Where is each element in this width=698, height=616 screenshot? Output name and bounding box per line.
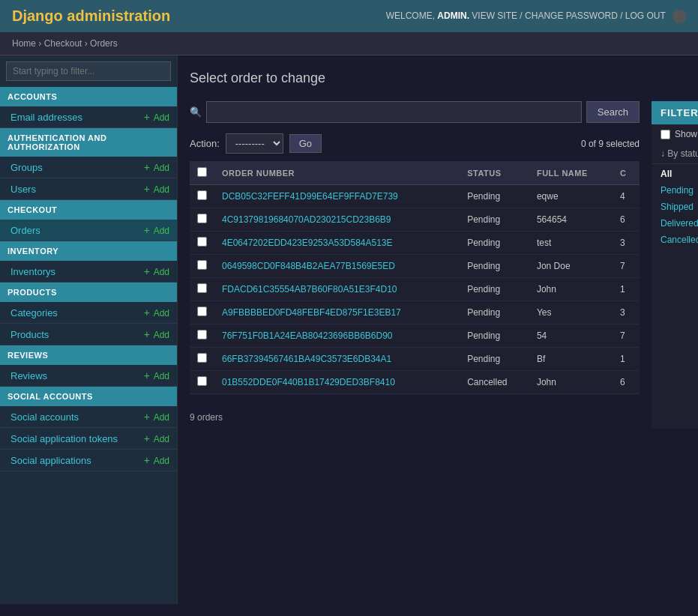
order-number-link-5[interactable]: A9FBBBBED0FD48FEBF4ED875F1E3EB17 [222, 307, 401, 318]
inventorys-link[interactable]: Inventorys [10, 266, 55, 277]
extra-cell-0: 4 [613, 185, 640, 208]
order-number-link-6[interactable]: 76F751F0B1A24EAB80423696BB6B6D90 [222, 330, 393, 341]
status-cell-3: Pending [460, 255, 529, 278]
search-button[interactable]: Search [586, 101, 640, 123]
products-link[interactable]: Products [10, 329, 49, 340]
table-row: 4E0647202EDD423E9253A53D584A513E Pending… [190, 232, 640, 255]
order-number-link-0[interactable]: DCB05C32FEFF41D99E64EF9FFAD7E739 [222, 191, 398, 202]
main-content-area: 🔍 Search Action: --------- Go 0 of 9 sel… [190, 101, 698, 429]
order-number-link-7[interactable]: 66FB37394567461BA49C3573E6DB34A1 [222, 354, 391, 364]
horizontal-scrollbar[interactable] [190, 394, 640, 406]
status-cell-4: Pending [460, 278, 529, 301]
go-button[interactable]: Go [289, 134, 322, 153]
orders-link[interactable]: Orders [10, 225, 40, 236]
fullname-cell-7: Bf [529, 348, 613, 371]
search-icon: 🔍 [190, 106, 202, 118]
sidebar-item-categories: Categories + Add [0, 302, 177, 324]
breadcrumb-section[interactable]: Checkout [44, 38, 82, 49]
table-row: DCB05C32FEFF41D99E64EF9FFAD7E739 Pending… [190, 185, 640, 208]
order-number-link-4[interactable]: FDACD61C35554AB7B60F80A51E3F4D10 [222, 284, 397, 295]
order-number-link-1[interactable]: 4C91379819684070AD230215CD23B6B9 [222, 214, 391, 225]
row-checkbox-6[interactable] [197, 330, 207, 339]
show-counts-option: Show counts [652, 124, 698, 144]
log-out-link[interactable]: LOG OUT [625, 10, 666, 21]
sidebar-section-accounts: ACCOUNTS [0, 87, 177, 106]
extra-cell-3: 7 [613, 255, 640, 278]
show-counts-checkbox[interactable] [661, 130, 670, 139]
sidebar-item-social-tokens: Social application tokens + Add [0, 428, 177, 450]
table-row: 76F751F0B1A24EAB80423696BB6B6D90 Pending… [190, 324, 640, 348]
order-number-link-2[interactable]: 4E0647202EDD423E9253A53D584A513E [222, 238, 393, 248]
row-checkbox-3[interactable] [197, 260, 207, 270]
social-accounts-add-link[interactable]: + Add [144, 411, 169, 423]
extra-cell-8: 6 [613, 371, 640, 394]
groups-add-link[interactable]: + Add [144, 161, 169, 173]
fullname-cell-0: eqwe [529, 185, 613, 208]
table-row: 4C91379819684070AD230215CD23B6B9 Pending… [190, 208, 640, 232]
row-checkbox-5[interactable] [197, 307, 207, 316]
breadcrumb-current: Orders [90, 38, 118, 49]
sidebar-item-social-apps: Social applications + Add [0, 450, 177, 471]
filter-status-cancelled[interactable]: Cancelled [652, 232, 698, 248]
sidebar-item-reviews: Reviews + Add [0, 365, 177, 387]
row-checkbox-2[interactable] [197, 237, 207, 247]
row-checkbox-4[interactable] [197, 283, 207, 293]
welcome-text: WELCOME, [386, 10, 435, 21]
email-addresses-link[interactable]: Email addresses [10, 112, 82, 123]
breadcrumb: Home › Checkout › Orders [0, 32, 698, 55]
social-apps-add-link[interactable]: + Add [144, 454, 169, 466]
fullname-cell-2: test [529, 232, 613, 255]
social-accounts-link[interactable]: Social accounts [10, 411, 79, 423]
status-cell-7: Pending [460, 348, 529, 371]
users-add-link[interactable]: + Add [144, 183, 169, 195]
orders-add-link[interactable]: + Add [144, 224, 169, 236]
order-number-link-8[interactable]: 01B552DDE0F440B1B17429DED3BF8410 [222, 377, 395, 387]
show-counts-label[interactable]: Show counts [661, 129, 698, 139]
products-add-link[interactable]: + Add [144, 328, 169, 340]
change-password-link[interactable]: CHANGE PASSWORD [525, 10, 618, 21]
social-tokens-add-link[interactable]: + Add [144, 432, 169, 444]
row-checkbox-1[interactable] [197, 214, 207, 223]
status-cell-6: Pending [460, 324, 529, 348]
users-link[interactable]: Users [10, 184, 36, 195]
extra-cell-1: 6 [613, 208, 640, 232]
row-checkbox-0[interactable] [197, 190, 207, 200]
filter-status-shipped[interactable]: Shipped [652, 199, 698, 215]
filter-panel: FILTER Show counts ↓ By status All Pendi… [652, 101, 698, 429]
main-layout: ACCOUNTS Email addresses + Add AUTHENTIC… [0, 55, 698, 604]
categories-add-link[interactable]: + Add [144, 307, 169, 318]
reviews-add-link[interactable]: + Add [144, 369, 169, 381]
filter-status-delivered[interactable]: Delivered [652, 215, 698, 232]
sidebar-item-social-accounts: Social accounts + Add [0, 406, 177, 428]
search-input[interactable] [206, 101, 582, 123]
row-checkbox-7[interactable] [197, 353, 207, 363]
sidebar-section-products: PRODUCTS [0, 283, 177, 302]
filter-status-all[interactable]: All [652, 166, 698, 182]
row-checkbox-8[interactable] [197, 376, 207, 386]
sidebar-section-checkout: CHECKOUT [0, 200, 177, 220]
filter-status-pending[interactable]: Pending [652, 182, 698, 199]
categories-link[interactable]: Categories [10, 307, 58, 318]
site-title: Django administration [12, 7, 170, 25]
groups-link[interactable]: Groups [10, 162, 43, 173]
email-addresses-add-link[interactable]: + Add [144, 111, 169, 123]
sidebar-section-social: SOCIAL ACCOUNTS [0, 387, 177, 406]
extra-cell-7: 1 [613, 348, 640, 371]
table-area: 🔍 Search Action: --------- Go 0 of 9 sel… [190, 101, 640, 429]
view-site-link[interactable]: VIEW SITE [472, 10, 517, 21]
action-select[interactable]: --------- [226, 133, 283, 154]
content-header: Select order to change ADD ORDER + [190, 67, 698, 89]
extra-cell-6: 7 [613, 324, 640, 348]
breadcrumb-home[interactable]: Home [12, 38, 36, 49]
reviews-link[interactable]: Reviews [10, 370, 47, 381]
order-number-link-3[interactable]: 0649598CD0F848B4B2AEA77B1569E5ED [222, 261, 395, 271]
admin-name: ADMIN. [437, 10, 469, 21]
action-bar: Action: --------- Go 0 of 9 selected [190, 133, 640, 154]
sidebar-filter-input[interactable] [6, 61, 171, 81]
sidebar-item-groups: Groups + Add [0, 157, 177, 178]
admin-icon [673, 10, 686, 23]
select-all-checkbox[interactable] [197, 167, 207, 177]
inventorys-add-link[interactable]: + Add [144, 265, 169, 277]
social-tokens-link[interactable]: Social application tokens [10, 433, 118, 444]
social-apps-link[interactable]: Social applications [10, 455, 91, 466]
